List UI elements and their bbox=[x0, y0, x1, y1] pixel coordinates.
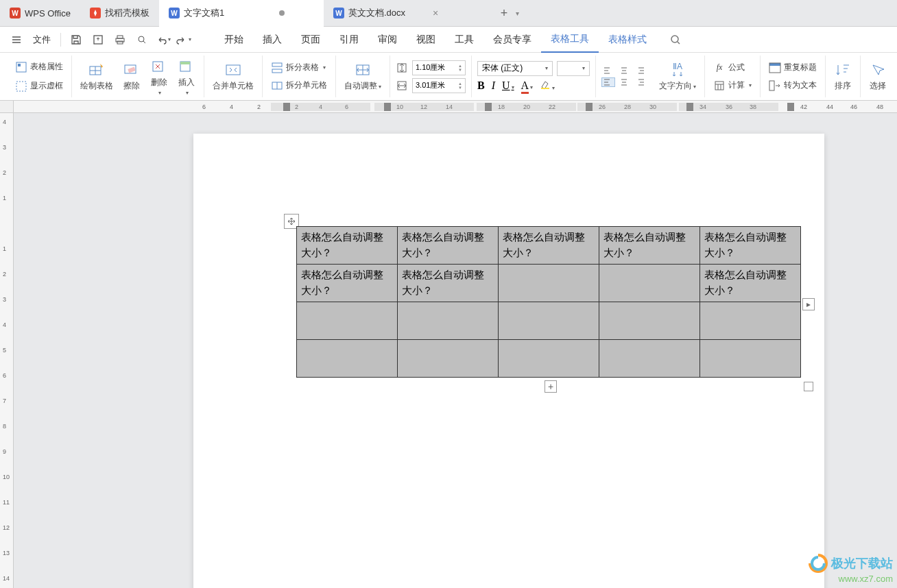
template-tab[interactable]: 找稻壳模板 bbox=[80, 0, 159, 27]
add-row-handle[interactable]: + bbox=[545, 380, 557, 393]
chevron-down-icon[interactable]: ▾ bbox=[189, 36, 191, 42]
table-cell[interactable] bbox=[499, 302, 599, 340]
formula-button[interactable]: fx公式 bbox=[710, 60, 754, 75]
add-column-handle[interactable]: ▸ bbox=[802, 298, 815, 310]
search-icon[interactable] bbox=[666, 30, 685, 49]
align-top-center[interactable] bbox=[617, 66, 631, 75]
insert-button[interactable]: 插入▾ bbox=[175, 56, 198, 97]
repeat-header-button[interactable]: 重复标题 bbox=[766, 60, 820, 75]
doc1-tab[interactable]: W 文字文稿1 bbox=[159, 0, 324, 27]
page[interactable]: 表格怎么自动调整大小？表格怎么自动调整大小？表格怎么自动调整大小？表格怎么自动调… bbox=[193, 134, 824, 588]
ruler-corner bbox=[0, 101, 14, 113]
calc-icon bbox=[713, 79, 726, 92]
align-top-right[interactable] bbox=[633, 66, 647, 75]
font-color-button[interactable]: A▾ bbox=[521, 79, 534, 92]
repeat-header-icon bbox=[769, 62, 781, 74]
highlight-button[interactable]: ▾ bbox=[540, 79, 555, 93]
app-tab[interactable]: W WPS Office bbox=[0, 0, 80, 27]
table-cell[interactable]: 表格怎么自动调整大小？ bbox=[398, 265, 499, 302]
autofit-button[interactable]: 自动调整▾ bbox=[342, 60, 384, 93]
select-button[interactable]: 选择 bbox=[866, 60, 889, 93]
menu-table-style[interactable]: 表格样式 bbox=[599, 27, 656, 53]
table-cell[interactable]: 表格怎么自动调整大小？ bbox=[700, 265, 801, 302]
draw-table-button[interactable]: 绘制表格 bbox=[77, 60, 116, 93]
menu-review[interactable]: 审阅 bbox=[368, 27, 407, 53]
doc1-tab-label: 文字文稿1 bbox=[184, 7, 224, 19]
wps-logo-icon: W bbox=[10, 8, 21, 19]
content-table[interactable]: 表格怎么自动调整大小？表格怎么自动调整大小？表格怎么自动调整大小？表格怎么自动调… bbox=[296, 226, 801, 378]
show-dashed-button[interactable]: 显示虚框 bbox=[12, 79, 66, 94]
table-cell[interactable] bbox=[599, 302, 700, 340]
align-mid-right[interactable] bbox=[633, 77, 647, 87]
align-top-left[interactable] bbox=[601, 66, 615, 75]
menu-table-tools[interactable]: 表格工具 bbox=[541, 27, 599, 53]
menu-page[interactable]: 页面 bbox=[291, 27, 330, 53]
file-menu[interactable]: 文件 bbox=[27, 34, 56, 46]
table-cell[interactable]: 表格怎么自动调整大小？ bbox=[297, 265, 398, 302]
svg-rect-15 bbox=[16, 82, 26, 91]
tab-menu-arrow-icon[interactable]: ▾ bbox=[516, 10, 519, 17]
dashed-icon bbox=[15, 80, 27, 93]
table-cell[interactable] bbox=[700, 302, 801, 340]
table-resize-handle[interactable] bbox=[804, 382, 813, 391]
row-height-input[interactable]: 1.10厘米▲▼ bbox=[412, 60, 466, 75]
table-properties-button[interactable]: 表格属性 bbox=[12, 60, 66, 75]
autofit-icon bbox=[354, 61, 372, 79]
table-cell[interactable]: 表格怎么自动调整大小？ bbox=[599, 227, 700, 265]
menu-tools[interactable]: 工具 bbox=[445, 27, 483, 53]
menu-start[interactable]: 开始 bbox=[215, 27, 253, 53]
save-icon[interactable] bbox=[67, 30, 86, 49]
split-table-button[interactable]: 拆分表格▾ bbox=[268, 60, 330, 75]
split-cell-button[interactable]: 拆分单元格 bbox=[268, 78, 330, 93]
chevron-down-icon[interactable]: ▾ bbox=[168, 36, 171, 42]
vertical-ruler[interactable]: 432112345678910111213141516171819 bbox=[0, 113, 14, 588]
delete-button[interactable]: 删除▾ bbox=[147, 56, 171, 97]
table-cell[interactable] bbox=[398, 302, 499, 340]
italic-button[interactable]: I bbox=[492, 79, 495, 92]
text-direction-button[interactable]: ⅡA文字方向▾ bbox=[656, 60, 699, 93]
table-cell[interactable] bbox=[499, 340, 599, 378]
menu-member[interactable]: 会员专享 bbox=[483, 27, 541, 53]
doc2-tab[interactable]: W 英文文档.docx × bbox=[324, 0, 488, 27]
merge-cells-button[interactable]: 合并单元格 bbox=[210, 60, 256, 93]
undo-button[interactable]: ▾ bbox=[153, 34, 174, 45]
horizontal-ruler[interactable]: 64224610121418202226283034363842444648 bbox=[14, 101, 897, 113]
table-cell[interactable]: 表格怎么自动调整大小？ bbox=[398, 227, 499, 265]
align-mid-center[interactable] bbox=[617, 77, 631, 87]
table-cell[interactable] bbox=[297, 340, 398, 378]
bold-button[interactable]: B bbox=[477, 79, 485, 92]
table-cell[interactable] bbox=[398, 340, 499, 378]
menu-insert[interactable]: 插入 bbox=[253, 27, 291, 53]
table-cell[interactable] bbox=[499, 265, 599, 302]
col-width-icon bbox=[396, 79, 408, 92]
table-cell[interactable] bbox=[599, 340, 700, 378]
font-size-select[interactable]: ▾ bbox=[557, 61, 590, 76]
new-tab-button[interactable]: + bbox=[494, 3, 514, 23]
print-icon[interactable] bbox=[110, 30, 130, 49]
underline-button[interactable]: U▾ bbox=[502, 79, 514, 92]
redo-button[interactable]: ▾ bbox=[174, 34, 194, 45]
close-icon[interactable]: × bbox=[433, 8, 438, 19]
col-width-input[interactable]: 3.01厘米▲▼ bbox=[412, 78, 466, 93]
menu-bar: 文件 ▾ ▾ 开始 插入 页面 引用 审阅 视图 工具 会员专享 表格工具 表格… bbox=[0, 27, 897, 53]
menu-view[interactable]: 视图 bbox=[407, 27, 445, 53]
svg-rect-22 bbox=[226, 65, 240, 75]
table-cell[interactable]: 表格怎么自动调整大小？ bbox=[297, 227, 398, 265]
export-icon[interactable] bbox=[88, 30, 108, 49]
font-family-select[interactable]: 宋体 (正文)▾ bbox=[477, 61, 553, 76]
split-table-icon bbox=[271, 62, 283, 74]
table-cell[interactable] bbox=[599, 265, 700, 302]
menu-hamburger-icon[interactable] bbox=[7, 30, 26, 49]
table-cell[interactable] bbox=[700, 340, 801, 378]
table-cell[interactable] bbox=[297, 302, 398, 340]
menu-reference[interactable]: 引用 bbox=[330, 27, 368, 53]
convert-text-button[interactable]: 转为文本 bbox=[766, 78, 820, 93]
erase-button[interactable]: 擦除 bbox=[120, 60, 143, 93]
word-icon: W bbox=[169, 8, 180, 19]
table-cell[interactable]: 表格怎么自动调整大小？ bbox=[700, 227, 801, 265]
sort-button[interactable]: 排序 bbox=[831, 60, 854, 93]
calc-button[interactable]: 计算▾ bbox=[710, 78, 754, 93]
align-mid-left[interactable] bbox=[601, 77, 615, 87]
table-cell[interactable]: 表格怎么自动调整大小？ bbox=[499, 227, 599, 265]
preview-icon[interactable] bbox=[132, 30, 152, 49]
